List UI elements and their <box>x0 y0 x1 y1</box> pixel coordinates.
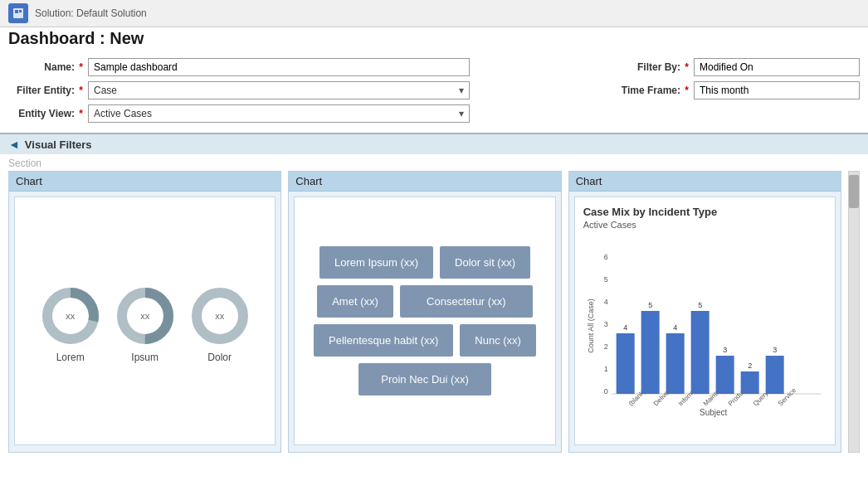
charts-row: Chart <box>8 171 841 453</box>
chart1-body: xx Lorem <box>14 197 276 445</box>
chevron-down-icon: ▾ <box>459 108 464 119</box>
bar-chart-svg: Count All (Case) 6 5 4 3 2 1 0 <box>583 235 827 417</box>
visual-filters-header: ◄ Visual Filters <box>0 134 868 154</box>
donut-xx-3: xx <box>215 311 224 321</box>
svg-text:4: 4 <box>603 298 607 306</box>
form-right-col: Filter By: * Time Frame: * <box>614 58 860 123</box>
chart3-header: Chart <box>569 172 841 192</box>
svg-text:0: 0 <box>603 387 607 396</box>
section-sub-label: Section <box>8 154 860 171</box>
charts-outer-row: Chart <box>8 171 860 453</box>
filter-entity-row: Filter Entity: * Case ▾ <box>8 81 470 99</box>
chart3-body: Case Mix by Incident Type Active Cases C… <box>574 197 836 445</box>
tile-lorem-ipsum[interactable]: Lorem Ipsum (xx) <box>319 246 433 279</box>
svg-rect-2 <box>19 10 22 12</box>
donut-area: xx Lorem <box>23 270 266 371</box>
svg-text:3: 3 <box>773 346 777 354</box>
svg-text:Count All (Case): Count All (Case) <box>586 298 594 353</box>
bar-chart-title: Case Mix by Incident Type <box>583 206 827 218</box>
charts-area: Section Chart <box>0 154 868 453</box>
vertical-scrollbar[interactable] <box>848 171 860 453</box>
filter-entity-label: Filter Entity: * <box>8 85 83 96</box>
bar-information <box>666 333 684 394</box>
chart2-body: Lorem Ipsum (xx) Dolor sit (xx) Amet (xx… <box>294 197 555 445</box>
donut-xx-2: xx <box>140 311 149 321</box>
donut-xx-1: xx <box>66 311 75 321</box>
donut-circle-3: xx <box>191 287 249 345</box>
tile-amet[interactable]: Amet (xx) <box>317 285 393 318</box>
filter-by-row: Filter By: * <box>614 58 860 76</box>
tiles-row-2: Amet (xx) Consectetur (xx) <box>317 285 533 318</box>
svg-text:Subject: Subject <box>700 408 728 417</box>
chart-card-2: Chart Lorem Ipsum (xx) Dolor sit (xx) Am… <box>288 171 561 453</box>
name-input[interactable] <box>88 58 470 76</box>
tiles-row-3: Pellentesque habit (xx) Nunc (xx) <box>314 324 536 357</box>
solution-icon <box>8 3 28 23</box>
donuts-row: xx Lorem <box>41 287 249 363</box>
donut-label-1: Lorem <box>56 352 85 363</box>
bar-blank <box>616 333 634 394</box>
tile-consectetur[interactable]: Consectetur (xx) <box>400 285 533 318</box>
svg-text:2: 2 <box>748 362 752 370</box>
filter-by-label: Filter By: * <box>614 61 689 73</box>
page-title: Dashboard : New <box>0 27 868 53</box>
filter-by-input[interactable] <box>694 58 860 76</box>
name-row: Name: * <box>8 58 470 76</box>
chart3-inner: Case Mix by Incident Type Active Cases C… <box>583 206 827 420</box>
svg-text:5: 5 <box>698 301 702 309</box>
svg-text:4: 4 <box>673 323 677 332</box>
chart-card-3: Chart Case Mix by Incident Type Active C… <box>568 171 841 453</box>
bar-products <box>715 356 734 394</box>
section-toggle-icon[interactable]: ◄ <box>8 138 20 151</box>
donut-item-1: xx Lorem <box>41 287 100 363</box>
scrollbar-thumb[interactable] <box>849 175 859 208</box>
svg-text:2: 2 <box>603 342 607 351</box>
bar-query <box>740 371 758 394</box>
donut-label-2: Ipsum <box>131 352 158 363</box>
tile-nunc[interactable]: Nunc (xx) <box>460 324 536 357</box>
filter-entity-select[interactable]: Case ▾ <box>88 81 470 99</box>
svg-text:4: 4 <box>623 323 627 332</box>
donut-circle-1: xx <box>41 287 100 345</box>
visual-filters-section: ◄ Visual Filters Section Chart <box>0 133 868 453</box>
tile-pellentesque[interactable]: Pellentesque habit (xx) <box>314 324 453 357</box>
svg-text:1: 1 <box>603 365 607 373</box>
form-left-col: Name: * Filter Entity: * Case ▾ Entity V… <box>8 58 470 123</box>
visual-filters-label: Visual Filters <box>25 138 92 151</box>
chart2-header: Chart <box>289 172 560 192</box>
entity-view-row: Entity View: * Active Cases ▾ <box>8 104 470 123</box>
solution-label: Solution: Default Solution <box>35 7 147 19</box>
svg-rect-1 <box>15 10 18 13</box>
tiles-row-4: Proin Nec Dui (xx) <box>358 363 491 396</box>
donut-label-3: Dolor <box>207 352 232 363</box>
svg-text:3: 3 <box>723 346 727 354</box>
time-frame-row: Time Frame: * <box>614 81 860 99</box>
time-frame-input[interactable] <box>694 81 860 99</box>
donut-item-3: xx Dolor <box>191 287 249 363</box>
entity-view-select[interactable]: Active Cases ▾ <box>88 104 470 123</box>
bar-chart-subtitle: Active Cases <box>583 220 827 230</box>
form-spacer <box>486 58 597 123</box>
chart1-header: Chart <box>9 172 280 192</box>
svg-text:6: 6 <box>603 253 607 261</box>
tile-proin[interactable]: Proin Nec Dui (xx) <box>358 363 491 396</box>
entity-view-label: Entity View: * <box>8 108 83 119</box>
donut-item-2: xx Ipsum <box>116 287 174 363</box>
tiles-row-1: Lorem Ipsum (xx) Dolor sit (xx) <box>319 246 530 279</box>
time-frame-label: Time Frame: * <box>614 85 689 96</box>
chevron-down-icon: ▾ <box>459 85 464 96</box>
bar-service <box>765 356 783 394</box>
bar-maintenance <box>690 311 709 394</box>
donut-circle-2: xx <box>116 287 174 345</box>
form-area: Name: * Filter Entity: * Case ▾ Entity V… <box>0 53 868 128</box>
tile-dolor-sit[interactable]: Dolor sit (xx) <box>440 246 530 279</box>
tiles-area: Lorem Ipsum (xx) Dolor sit (xx) Amet (xx… <box>303 238 546 404</box>
bar-delivery <box>641 311 659 394</box>
name-label: Name: * <box>8 61 83 73</box>
chart-card-1: Chart <box>8 171 281 453</box>
solution-bar: Solution: Default Solution <box>0 0 868 27</box>
svg-text:5: 5 <box>648 301 652 309</box>
svg-text:5: 5 <box>603 275 607 284</box>
svg-text:3: 3 <box>603 320 607 328</box>
